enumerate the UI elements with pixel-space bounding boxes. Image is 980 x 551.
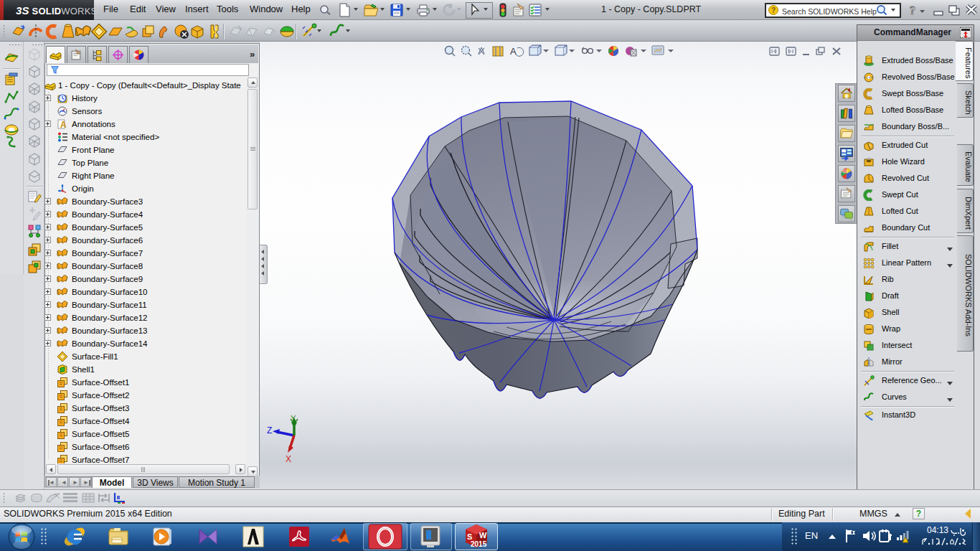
svg-text:Z: Z (267, 425, 272, 435)
svg-text:?: ? (910, 4, 915, 17)
svg-text:?: ? (771, 6, 776, 14)
svg-text:X: X (286, 454, 291, 464)
svg-text:Y: Y (291, 415, 296, 423)
svg-text:A: A (510, 46, 517, 57)
svg-text:2015: 2015 (471, 540, 487, 548)
svg-text:W: W (479, 531, 487, 540)
